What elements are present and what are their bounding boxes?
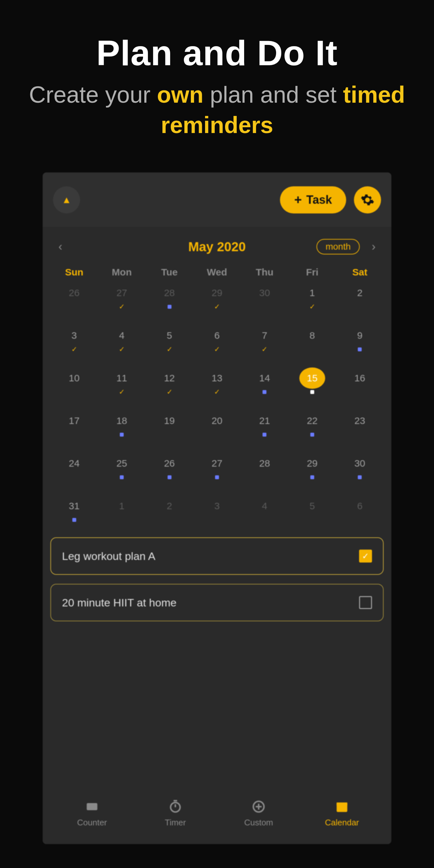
calendar-day[interactable]: 29 bbox=[288, 455, 336, 479]
calendar-day[interactable]: 6 bbox=[336, 497, 383, 522]
plus-icon: + bbox=[294, 192, 302, 207]
calendar-day[interactable]: 24 bbox=[51, 455, 98, 479]
dow-mon: Mon bbox=[98, 267, 145, 278]
calendar-day[interactable]: 30 bbox=[241, 284, 288, 309]
calendar-day[interactable]: 29✓ bbox=[193, 284, 241, 309]
calendar-day[interactable]: 2 bbox=[146, 497, 193, 522]
day-number: 14 bbox=[253, 369, 275, 386]
next-month-button[interactable]: › bbox=[369, 240, 378, 253]
calendar-day[interactable]: 26 bbox=[51, 284, 98, 309]
calendar-day[interactable]: 3 bbox=[193, 497, 241, 522]
calendar-day[interactable]: 6✓ bbox=[193, 327, 241, 351]
day-number: 28 bbox=[159, 284, 181, 301]
event-dot-icon bbox=[215, 475, 219, 479]
calendar-day[interactable]: 25 bbox=[98, 455, 145, 479]
promo-sub-mid: plan and set bbox=[204, 82, 343, 107]
task-title: 20 minute HIIT at home bbox=[62, 596, 359, 609]
day-marks: ✓ bbox=[166, 390, 173, 394]
settings-button[interactable] bbox=[354, 186, 381, 213]
calendar-day[interactable]: 8 bbox=[288, 327, 336, 351]
day-marks bbox=[310, 390, 314, 394]
prev-month-button[interactable]: ‹ bbox=[56, 240, 65, 253]
check-icon: ✓ bbox=[166, 348, 173, 351]
nav-custom[interactable]: Custom bbox=[217, 799, 300, 836]
day-number: 4 bbox=[253, 497, 275, 515]
day-number: 5 bbox=[301, 497, 323, 515]
day-number: 1 bbox=[301, 284, 323, 301]
event-dot-icon bbox=[262, 433, 267, 437]
calendar-day[interactable]: 9 bbox=[336, 327, 383, 351]
task-title: Leg workout plan A bbox=[62, 550, 359, 562]
task-card[interactable]: Leg workout plan A✓ bbox=[51, 537, 383, 575]
topbar: ▲ + Task bbox=[42, 173, 392, 227]
calendar-day[interactable]: 18 bbox=[98, 412, 145, 437]
promo-title: Plan and Do It bbox=[20, 32, 414, 73]
calendar-day[interactable]: 5✓ bbox=[146, 327, 193, 351]
calendar-day[interactable]: 3✓ bbox=[51, 327, 98, 351]
day-number: 28 bbox=[253, 455, 275, 472]
nav-calendar[interactable]: Calendar bbox=[300, 799, 383, 836]
day-marks: ✓ bbox=[119, 305, 125, 309]
calendar-day[interactable]: 4✓ bbox=[98, 327, 145, 351]
check-icon: ✓ bbox=[214, 305, 220, 308]
day-number: 24 bbox=[63, 455, 85, 472]
dow-sun: Sun bbox=[51, 267, 98, 278]
nav-label: Custom bbox=[244, 817, 273, 828]
calendar-day[interactable]: 17 bbox=[51, 412, 98, 437]
day-marks bbox=[120, 475, 124, 479]
calendar-day[interactable]: 4 bbox=[241, 497, 288, 522]
calendar-day[interactable]: 19 bbox=[146, 412, 193, 437]
calendar-day[interactable]: 11✓ bbox=[98, 369, 145, 394]
calendar-day[interactable]: 2 bbox=[336, 284, 383, 309]
calendar-day[interactable]: 12✓ bbox=[146, 369, 193, 394]
calendar-day[interactable]: 21 bbox=[241, 412, 288, 437]
day-marks: ✓ bbox=[71, 347, 77, 352]
view-mode-button[interactable]: month bbox=[316, 239, 360, 254]
day-marks bbox=[310, 475, 314, 479]
task-checkbox[interactable] bbox=[359, 596, 372, 609]
premium-button[interactable]: ▲ bbox=[53, 186, 80, 213]
day-number: 15 bbox=[301, 369, 323, 386]
day-number: 8 bbox=[301, 327, 323, 344]
calendar-day[interactable]: 7✓ bbox=[241, 327, 288, 351]
calendar-day[interactable]: 28 bbox=[146, 284, 193, 309]
day-number: 16 bbox=[349, 369, 371, 386]
calendar-day[interactable]: 27✓ bbox=[98, 284, 145, 309]
day-number: 22 bbox=[301, 412, 323, 429]
nav-timer[interactable]: Timer bbox=[134, 799, 217, 836]
calendar-day[interactable]: 31 bbox=[51, 497, 98, 522]
day-marks bbox=[120, 433, 124, 437]
calendar-day[interactable]: 1 bbox=[98, 497, 145, 522]
add-task-button[interactable]: + Task bbox=[280, 186, 346, 213]
task-card[interactable]: 20 minute HIIT at home bbox=[51, 584, 383, 621]
day-marks bbox=[358, 347, 362, 352]
calendar-day[interactable]: 26 bbox=[146, 455, 193, 479]
check-icon: ✓ bbox=[261, 348, 268, 351]
calendar-day[interactable]: 10 bbox=[51, 369, 98, 394]
crown-icon: ▲ bbox=[62, 195, 71, 205]
calendar-day[interactable]: 14 bbox=[241, 369, 288, 394]
task-checkbox[interactable]: ✓ bbox=[359, 550, 372, 562]
nav-counter[interactable]: Counter bbox=[51, 799, 134, 836]
calendar-day[interactable]: 27 bbox=[193, 455, 241, 479]
calendar-day[interactable]: 16 bbox=[336, 369, 383, 394]
calendar-day[interactable]: 1✓ bbox=[288, 284, 336, 309]
calendar-day[interactable]: 13✓ bbox=[193, 369, 241, 394]
calendar-day[interactable]: 30 bbox=[336, 455, 383, 479]
custom-icon bbox=[251, 799, 267, 814]
calendar-day[interactable]: 15 bbox=[288, 369, 336, 394]
calendar-day[interactable]: 5 bbox=[288, 497, 336, 522]
calendar-day[interactable]: 28 bbox=[241, 455, 288, 479]
calendar-grid: 2627✓2829✓301✓23✓4✓5✓6✓7✓891011✓12✓13✓14… bbox=[42, 284, 392, 522]
day-number: 7 bbox=[253, 327, 275, 344]
app-screen: ▲ + Task ‹ May 2020 month › SunMonTueWed… bbox=[42, 173, 392, 844]
calendar-nav: ‹ May 2020 month › bbox=[42, 227, 392, 264]
day-number: 17 bbox=[63, 412, 85, 429]
calendar-day[interactable]: 22 bbox=[288, 412, 336, 437]
month-label[interactable]: May 2020 bbox=[188, 240, 246, 254]
calendar-day[interactable]: 23 bbox=[336, 412, 383, 437]
day-number: 26 bbox=[63, 284, 85, 301]
calendar-day[interactable]: 20 bbox=[193, 412, 241, 437]
day-marks bbox=[167, 305, 172, 309]
day-marks bbox=[262, 390, 267, 394]
